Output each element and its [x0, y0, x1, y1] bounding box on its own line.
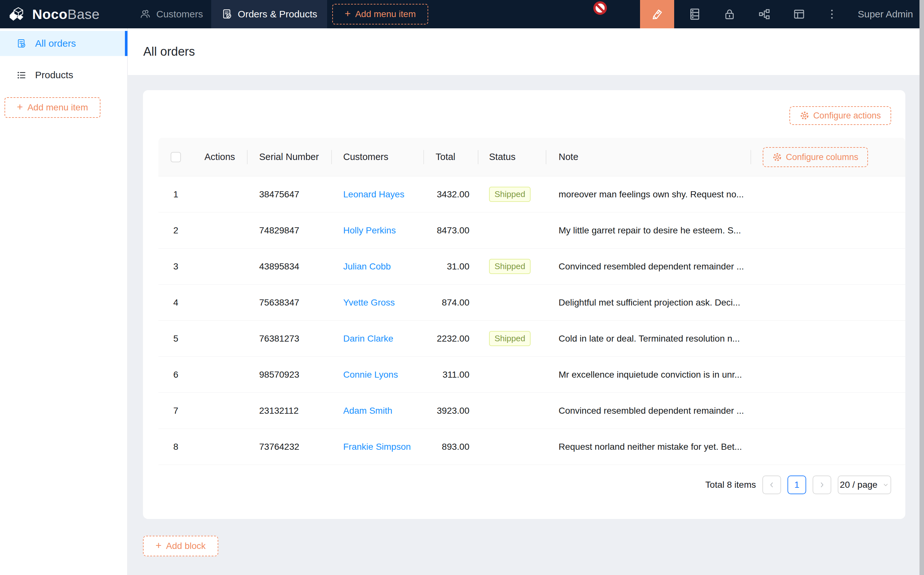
pagination-prev-button[interactable]	[762, 475, 781, 494]
table-block-card: Configure actions Actions Serial Number …	[143, 90, 905, 519]
chevron-down-icon	[883, 481, 889, 488]
cell-index: 2	[159, 213, 193, 248]
cell-serial-number: 38475647	[248, 176, 332, 212]
cell-actions	[193, 357, 248, 392]
customer-link[interactable]: Darin Clarke	[343, 334, 394, 344]
page-title: All orders	[143, 45, 195, 59]
table-header-row: Actions Serial Number Customers Total St…	[159, 138, 905, 176]
select-all-checkbox[interactable]	[171, 152, 181, 162]
more-icon	[825, 7, 839, 21]
plus-icon: +	[345, 8, 351, 19]
nav-tab-label: Orders & Products	[238, 9, 318, 20]
ui-editor-pen-button[interactable]	[640, 0, 674, 28]
cell-index: 3	[159, 249, 193, 284]
cell-index: 7	[159, 393, 193, 429]
chevron-left-icon	[768, 481, 775, 488]
cell-customer: Frankie Simpson	[332, 429, 424, 465]
database-button[interactable]	[679, 0, 711, 28]
cell-index: 8	[159, 429, 193, 465]
app-root: NocoBase Customers Orders & Products + A…	[0, 0, 924, 575]
table-row: 7 23132112 Adam Smith 3923.00 Convinced …	[159, 393, 905, 429]
header-cell-note: Note	[546, 138, 751, 176]
customer-link[interactable]: Frankie Simpson	[343, 442, 411, 452]
nocobase-logo: NocoBase	[9, 0, 100, 28]
cell-actions	[193, 393, 248, 429]
nav-tab-label: Customers	[156, 9, 203, 20]
cell-status	[478, 393, 546, 429]
page-size-select[interactable]: 20 / page	[838, 475, 891, 494]
vertical-scrollbar[interactable]	[919, 0, 924, 575]
cell-note: Mr excellence inquietude conviction is i…	[546, 357, 751, 392]
sidebar-add-menu-item-button[interactable]: + Add menu item	[5, 97, 100, 118]
user-menu[interactable]: Super Admin	[858, 0, 913, 28]
cell-design	[751, 321, 905, 356]
customer-link[interactable]: Holly Perkins	[343, 226, 396, 236]
cell-total: 8473.00	[424, 213, 478, 248]
customer-link[interactable]: Connie Lyons	[343, 370, 398, 380]
pagination-total: Total 8 items	[705, 480, 756, 490]
cell-total: 311.00	[424, 357, 478, 392]
gear-icon	[800, 111, 810, 121]
table-toolbar: Configure actions	[143, 90, 905, 138]
file-done-icon	[221, 8, 233, 20]
pen-icon	[650, 7, 664, 21]
add-block-button[interactable]: + Add block	[143, 536, 218, 556]
cell-status	[478, 429, 546, 465]
more-button[interactable]	[816, 0, 848, 28]
cell-customer: Holly Perkins	[332, 213, 424, 248]
cell-customer: Adam Smith	[332, 393, 424, 429]
plus-icon: +	[156, 540, 162, 551]
nav-tab-customers[interactable]: Customers	[131, 0, 211, 28]
cell-design	[751, 284, 905, 320]
customer-link[interactable]: Yvette Gross	[343, 297, 395, 308]
cell-note: Convinced resembled dependent remainder …	[546, 393, 751, 429]
customer-link[interactable]: Adam Smith	[343, 406, 392, 416]
apartment-button[interactable]	[748, 0, 780, 28]
cell-design	[751, 393, 905, 429]
cell-note: My little garret repair to desire he est…	[546, 213, 751, 248]
cell-customer: Leonard Hayes	[332, 176, 424, 212]
cell-serial-number: 76381273	[248, 321, 332, 356]
cell-total: 893.00	[424, 429, 478, 465]
lock-icon	[723, 7, 736, 21]
cell-customer: Julian Cobb	[332, 249, 424, 284]
header-cell-customers: Customers	[332, 138, 424, 176]
cell-actions	[193, 284, 248, 320]
content-area: Configure actions Actions Serial Number …	[128, 75, 924, 575]
header-cell-actions: Actions	[193, 138, 248, 176]
table-row: 6 98570923 Connie Lyons 311.00 Mr excell…	[159, 357, 905, 393]
table-row: 5 76381273 Darin Clarke 2232.00 Shipped …	[159, 321, 905, 357]
cell-total: 3432.00	[424, 176, 478, 212]
status-badge: Shipped	[489, 187, 530, 202]
cell-status	[478, 213, 546, 248]
customer-link[interactable]: Julian Cobb	[343, 261, 391, 272]
header-cell-select	[159, 138, 193, 176]
pagination-page-1[interactable]: 1	[787, 475, 806, 494]
topbar-add-menu-item-button[interactable]: + Add menu item	[332, 4, 428, 24]
header-cell-serial-number: Serial Number	[248, 138, 332, 176]
cell-note: Delightful met sufficient projection ask…	[546, 284, 751, 320]
sidebar-item-products[interactable]: Products	[0, 62, 127, 87]
cell-total: 2232.00	[424, 321, 478, 356]
cell-total: 31.00	[424, 249, 478, 284]
layout-button[interactable]	[783, 0, 815, 28]
pagination-next-button[interactable]	[813, 475, 831, 494]
no-entry-cursor-icon	[593, 1, 608, 16]
cell-actions	[193, 176, 248, 212]
cell-status: Shipped	[478, 249, 546, 284]
page-header: All orders	[128, 28, 924, 75]
cell-status: Shipped	[478, 176, 546, 212]
cell-serial-number: 98570923	[248, 357, 332, 392]
sidebar-item-all-orders[interactable]: All orders	[0, 31, 127, 56]
lock-button[interactable]	[713, 0, 746, 28]
table-row: 2 74829847 Holly Perkins 8473.00 My litt…	[159, 213, 905, 249]
configure-actions-button[interactable]: Configure actions	[789, 106, 891, 125]
customer-link[interactable]: Leonard Hayes	[343, 189, 404, 200]
cell-serial-number: 73764232	[248, 429, 332, 465]
configure-columns-button[interactable]: Configure columns	[763, 147, 868, 167]
cell-actions	[193, 321, 248, 356]
nav-tab-orders-products[interactable]: Orders & Products	[211, 0, 327, 28]
cell-index: 1	[159, 176, 193, 212]
cell-note: Convinced resembled dependent remainder …	[546, 249, 751, 284]
file-done-icon	[16, 38, 27, 49]
